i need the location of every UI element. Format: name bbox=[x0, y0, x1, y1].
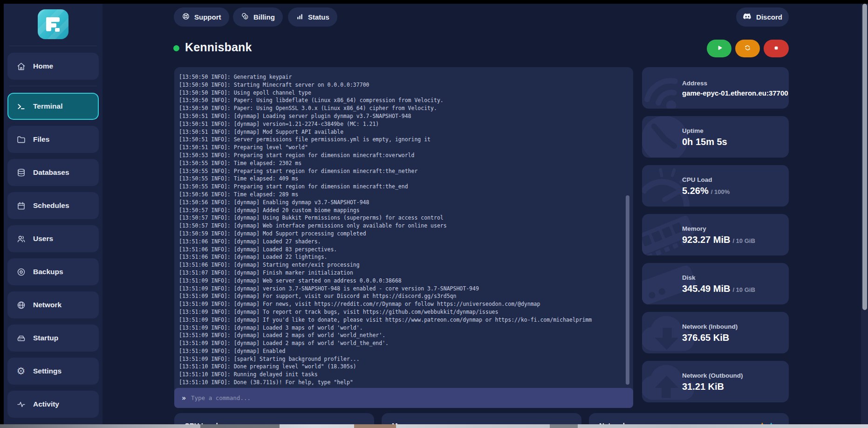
stat-card-memory: Memory 923.27 MiB/ 10 GiB bbox=[642, 214, 789, 255]
sidebar-item-label: Activity bbox=[33, 400, 59, 408]
terminal-line: [13:50:53 INFO]: Preparing start region … bbox=[179, 152, 624, 159]
terminal-line: [13:51:09 INFO]: [dynmap] To report or t… bbox=[179, 308, 624, 316]
terminal-line: [13:51:09 INFO]: [dynmap] Loaded 3 maps … bbox=[179, 324, 624, 332]
sidebar-item-label: Settings bbox=[33, 367, 62, 375]
stat-value: 345.49 MiB/ 10 GiB bbox=[682, 283, 755, 294]
stat-label: Memory bbox=[682, 225, 755, 232]
terminal-line: [13:51:10 INFO]: Done preparing level "w… bbox=[179, 363, 624, 371]
terminal-line: [13:50:56 INFO]: [dynmap] Enabling dynma… bbox=[179, 199, 624, 207]
terminal-scrollbar-thumb[interactable] bbox=[626, 195, 629, 385]
sidebar-item-label: Users bbox=[33, 235, 53, 243]
terminal-line: [13:50:50 INFO]: Generating keypair bbox=[179, 73, 624, 81]
logo-e-glyph bbox=[45, 16, 61, 32]
support-button-label: Support bbox=[194, 13, 221, 21]
globe-icon bbox=[16, 300, 26, 310]
backups-icon bbox=[16, 267, 26, 277]
terminal-line: [13:51:09 INFO]: [dynmap] For news, visi… bbox=[179, 300, 624, 308]
sidebar-item-files[interactable]: Files bbox=[7, 126, 99, 153]
stop-server-button[interactable] bbox=[764, 40, 789, 57]
sidebar: Home Terminal Files Databases bbox=[4, 4, 103, 424]
taskbar-strip bbox=[0, 424, 868, 428]
terminal-line: [13:50:51 INFO]: [dynmap] Mod Support AP… bbox=[179, 128, 624, 136]
home-icon bbox=[16, 61, 26, 71]
users-icon bbox=[16, 234, 26, 244]
sidebar-item-home[interactable]: Home bbox=[7, 53, 99, 80]
restart-icon bbox=[744, 44, 752, 53]
terminal-line: [13:50:50 INFO]: Paper: Using OpenSSL 3.… bbox=[179, 104, 624, 112]
stat-value: 31.21 KiB bbox=[682, 381, 743, 392]
terminal-line: [13:50:51 INFO]: Server permissions file… bbox=[179, 136, 624, 144]
terminal-line: [13:50:57 INFO]: [dynmap] Web interface … bbox=[179, 222, 624, 230]
database-icon bbox=[16, 167, 26, 178]
restart-server-button[interactable] bbox=[735, 40, 760, 57]
calendar-icon bbox=[16, 200, 26, 211]
stat-value: 0h 15m 5s bbox=[682, 136, 730, 147]
server-online-status-dot bbox=[173, 45, 179, 51]
sidebar-item-settings[interactable]: ⚙ Settings bbox=[7, 358, 99, 385]
terminal-line: [13:51:09 INFO]: [spark] Starting backgr… bbox=[179, 355, 624, 363]
terminal-line: [13:50:55 INFO]: Preparing start region … bbox=[179, 167, 624, 175]
sidebar-item-databases[interactable]: Databases bbox=[7, 159, 99, 186]
stats-column: Address game-epyc-01.etheron.eu:37700 Up… bbox=[642, 67, 789, 410]
terminal-line: [13:50:56 INFO]: Time elapsed: 289 ms bbox=[179, 191, 624, 199]
terminal-line: [13:50:50 INFO]: Paper: Using libdeflate… bbox=[179, 97, 624, 104]
support-button[interactable]: Support bbox=[174, 7, 229, 27]
terminal-log[interactable]: [13:50:50 INFO]: Generating keypair[13:5… bbox=[174, 67, 633, 388]
terminal-line: [13:50:59 INFO]: [dynmap] Mod Support pr… bbox=[179, 230, 624, 238]
start-server-button[interactable] bbox=[707, 40, 731, 57]
stat-card-disk: Disk 345.49 MiB/ 10 GiB bbox=[642, 263, 789, 304]
sidebar-item-label: Backups bbox=[33, 268, 63, 276]
window-edge-left bbox=[0, 0, 4, 428]
sidebar-item-label: Home bbox=[33, 62, 53, 70]
terminal-line: [13:50:55 INFO]: Preparing start region … bbox=[179, 183, 624, 191]
sidebar-item-activity[interactable]: Activity bbox=[7, 391, 99, 418]
terminal-line: [13:51:09 INFO]: [dynmap] version 3.7-SN… bbox=[179, 285, 624, 293]
terminal-line: [13:51:06 INFO]: [dynmap] Loaded 22 ligh… bbox=[179, 253, 624, 261]
terminal-line: [13:51:09 INFO]: [dynmap] For support, v… bbox=[179, 292, 624, 300]
terminal-line: [13:51:09 INFO]: [dynmap] If you'd like … bbox=[179, 316, 624, 324]
terminal-line: [13:51:06 INFO]: [dynmap] Starting enter… bbox=[179, 261, 624, 269]
stat-card-address: Address game-epyc-01.etheron.eu:37700 bbox=[642, 67, 789, 109]
sidebar-item-terminal[interactable]: Terminal bbox=[7, 93, 99, 120]
status-button[interactable]: Status bbox=[288, 7, 337, 27]
sidebar-item-schedules[interactable]: Schedules bbox=[7, 192, 99, 219]
app-logo[interactable] bbox=[38, 9, 68, 39]
stat-label: Network (Inbound) bbox=[682, 323, 738, 330]
sidebar-item-label: Schedules bbox=[33, 201, 69, 210]
chevrons-right-icon: » bbox=[182, 394, 186, 402]
terminal-line: [13:50:55 INFO]: Time elapsed: 2302 ms bbox=[179, 159, 624, 167]
stat-label: Network (Outbound) bbox=[682, 372, 743, 379]
stat-label: Disk bbox=[682, 274, 755, 281]
server-panel-page: { "colors": { "page_bg": "#131b35", "sid… bbox=[0, 0, 868, 428]
sidebar-item-label: Databases bbox=[33, 168, 69, 177]
command-bar: » bbox=[174, 388, 633, 408]
stat-card-network-inbound: Network (Inbound) 376.65 KiB bbox=[642, 312, 789, 353]
terminal-line: [13:51:09 INFO]: [dynmap] Loaded 2 maps … bbox=[179, 339, 624, 347]
sidebar-item-backups[interactable]: Backups bbox=[7, 258, 99, 285]
play-icon bbox=[716, 44, 723, 53]
stat-card-uptime: Uptime 0h 15m 5s bbox=[642, 116, 789, 158]
sidebar-item-startup[interactable]: Startup bbox=[7, 324, 99, 352]
terminal-line: [13:50:51 INFO]: [dynmap] version=1.21-2… bbox=[179, 120, 624, 128]
terminal-line: [13:50:51 INFO]: Preparing level "world" bbox=[179, 144, 624, 152]
sidebar-divider bbox=[9, 46, 97, 46]
terminal-line: [13:50:57 INFO]: [dynmap] Added 20 custo… bbox=[179, 207, 624, 214]
billing-button[interactable]: $ Billing bbox=[233, 7, 283, 27]
terminal-line: [13:50:51 INFO]: [dynmap] Loading server… bbox=[179, 112, 624, 120]
sidebar-item-network[interactable]: Network bbox=[7, 291, 99, 318]
lifebuoy-icon bbox=[182, 12, 190, 22]
sidebar-item-label: Network bbox=[33, 301, 62, 309]
stat-label: Address bbox=[682, 79, 789, 86]
terminal-line: [13:51:10 INFO]: Running delayed init ta… bbox=[179, 371, 624, 379]
terminal-line: [13:50:57 INFO]: [dynmap] Using Bukkit P… bbox=[179, 214, 624, 222]
discord-button[interactable]: Discord bbox=[736, 7, 789, 27]
page-scrollbar-track[interactable] bbox=[861, 4, 868, 424]
page-scrollbar-thumb[interactable] bbox=[862, 4, 867, 310]
bar-chart-icon bbox=[296, 13, 304, 22]
stat-value: game-epyc-01.etheron.eu:37700 bbox=[682, 89, 789, 97]
command-input[interactable] bbox=[191, 394, 626, 401]
stat-value: 923.27 MiB/ 10 GiB bbox=[682, 234, 755, 245]
sidebar-item-users[interactable]: Users bbox=[7, 225, 99, 252]
terminal-icon bbox=[16, 101, 26, 111]
stat-label: CPU Load bbox=[682, 176, 730, 183]
